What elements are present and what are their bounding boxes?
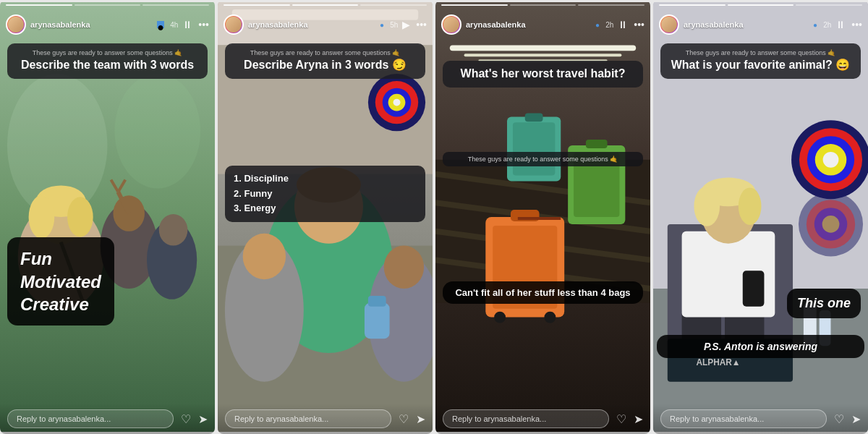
story-card-3: NO ENTER arynasabalenka ● 2h ⏸ (435, 0, 650, 434)
more-icon-3[interactable]: ••• (634, 19, 644, 30)
time-1: 4h (170, 21, 178, 29)
svg-rect-36 (450, 45, 636, 51)
answer-list-2: 1. Discipline 2. Funny 3. Energy (225, 166, 425, 222)
progress-bar-row-3 (435, 0, 650, 7)
svg-point-53 (494, 312, 506, 323)
more-icon-2[interactable]: ••• (416, 19, 427, 30)
svg-point-54 (544, 312, 556, 323)
svg-rect-48 (513, 122, 555, 175)
progress-seg-3 (142, 4, 209, 6)
progress-seg-4b (728, 4, 794, 6)
heart-icon-3[interactable]: ♡ (616, 412, 626, 426)
question-main-2: Describe Aryna in 3 words 😏 (234, 58, 417, 73)
question-label-1: These guys are ready to answer some ques… (16, 49, 199, 56)
progress-seg-2b (292, 4, 359, 6)
svg-rect-57 (586, 140, 608, 148)
heart-icon-1[interactable]: ♡ (181, 412, 191, 426)
progress-bar-row-1 (0, 0, 215, 7)
list-item-1: 1. Discipline (234, 171, 417, 187)
time-2: 5h (390, 21, 398, 29)
svg-text:ALPHAR▲: ALPHAR▲ (696, 357, 740, 367)
progress-bar-row-2 (218, 0, 433, 7)
story-header-3: arynasabalenka ● 2h ⏸ ••• (435, 7, 650, 39)
cant-fit-sticker-3: Can't fit all of her stuff less than 4 b… (443, 281, 643, 304)
pause-icon-4[interactable]: ⏸ (835, 19, 846, 30)
avatar-4[interactable] (659, 14, 679, 35)
username-2[interactable]: arynasabalenka (248, 20, 375, 29)
svg-rect-34 (368, 296, 386, 307)
svg-rect-33 (365, 303, 390, 339)
story-footer-3: Reply to arynasabalenka... ♡ ➤ (435, 404, 650, 434)
svg-rect-37 (464, 54, 622, 56)
story-card-2: arynasabalenka ● 5h ▶ ••• These guys are… (218, 0, 433, 434)
question-main-4: What is your favorite animal? 😄 (669, 58, 852, 73)
svg-point-2 (114, 74, 200, 188)
this-one-text-4: This one (797, 296, 851, 310)
svg-point-30 (243, 234, 286, 279)
question-sticker-2: These guys are ready to answer some ques… (225, 43, 425, 79)
header-icons-4: ⏸ ••• (835, 19, 862, 30)
header-icons-2: ▶ ••• (402, 19, 427, 30)
time-3: 2h (605, 21, 613, 29)
svg-point-7 (67, 197, 93, 237)
svg-point-32 (384, 246, 424, 289)
reply-input-1[interactable]: Reply to arynasabalenka... (7, 409, 174, 428)
question-main-3: What's her worst travel habit? (451, 67, 634, 82)
reply-input-2[interactable]: Reply to arynasabalenka... (225, 409, 391, 428)
more-icon-1[interactable]: ••• (198, 19, 209, 30)
verified-icon-3: ● (595, 21, 600, 29)
pause-icon-1[interactable]: ⏸ (182, 19, 192, 30)
pause-icon-3[interactable]: ⏸ (618, 19, 628, 30)
verified-icon-2: ● (380, 21, 384, 29)
progress-seg-4a (659, 4, 726, 6)
svg-point-80 (739, 187, 762, 224)
send-icon-2[interactable]: ➤ (416, 412, 425, 426)
progress-seg-3a (441, 4, 508, 6)
heart-icon-4[interactable]: ♡ (834, 412, 844, 426)
send-icon-4[interactable]: ➤ (851, 412, 861, 426)
story-footer-4: Reply to arynasabalenka... ♡ ➤ (653, 404, 868, 434)
svg-point-11 (159, 214, 188, 246)
this-one-sticker-4: This one (787, 289, 861, 318)
svg-point-24 (393, 99, 401, 106)
avatar-2[interactable] (224, 14, 244, 35)
username-3[interactable]: arynasabalenka (466, 20, 591, 29)
question-sticker-4: These guys are ready to answer some ques… (660, 43, 861, 79)
progress-seg-4c (796, 4, 862, 6)
ps-sticker-4: P.S. Anton is answering (657, 335, 864, 358)
question-sticker-3: What's her worst travel habit? (443, 61, 643, 88)
more-icon-4[interactable]: ••• (851, 19, 862, 30)
svg-rect-81 (743, 271, 765, 307)
story-card-4: ALPHAR▲ arynasabalenka ● 2h ⏸ ••• These … (653, 0, 868, 434)
username-1[interactable]: arynasabalenka (30, 20, 153, 29)
verified-icon-1: ● (157, 21, 164, 28)
progress-seg-2 (75, 4, 141, 6)
progress-seg-2a (224, 4, 290, 6)
header-icons-3: ⏸ ••• (618, 19, 644, 30)
avatar-3[interactable] (441, 14, 461, 35)
list-item-2: 2. Funny (234, 187, 417, 202)
send-icon-3[interactable]: ➤ (634, 412, 643, 426)
time-4: 2h (823, 21, 831, 29)
avatar-1[interactable] (6, 14, 26, 35)
heart-icon-2[interactable]: ♡ (399, 412, 409, 426)
header-icons-1: ⏸ ••• (182, 19, 209, 30)
reply-input-3[interactable]: Reply to arynasabalenka... (443, 409, 609, 428)
svg-point-69 (822, 216, 840, 233)
story-footer-1: Reply to arynasabalenka... ♡ ➤ (0, 404, 215, 434)
progress-seg-2c (360, 4, 427, 6)
verified-icon-4: ● (813, 21, 817, 29)
question-main-1: Describe the team with 3 words (16, 58, 199, 73)
story-header-4: arynasabalenka ● 2h ⏸ ••• (653, 7, 868, 39)
cant-fit-text-3: Can't fit all of her stuff less than 4 b… (455, 287, 630, 298)
svg-rect-49 (525, 113, 543, 122)
question-sticker-1: These guys are ready to answer some ques… (7, 43, 208, 79)
play-icon-2[interactable]: ▶ (402, 19, 410, 30)
send-icon-1[interactable]: ➤ (198, 412, 208, 426)
answer-1: FunMotivatedCreative (7, 237, 114, 326)
progress-seg-1 (6, 4, 72, 6)
small-sticker-3: These guys are ready to answer some ques… (443, 152, 643, 166)
reply-input-4[interactable]: Reply to arynasabalenka... (660, 409, 827, 428)
username-4[interactable]: arynasabalenka (684, 20, 809, 29)
progress-bar-row-4 (653, 0, 868, 7)
